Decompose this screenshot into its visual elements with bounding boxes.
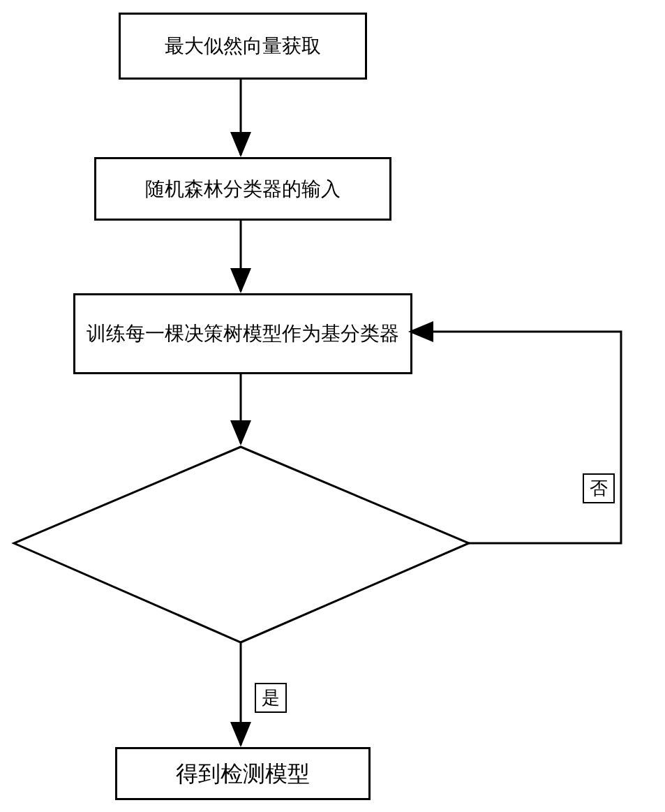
decision-text: 判定基分类器是否等于设定值 bbox=[115, 520, 366, 575]
process-box-3: 训练每一棵决策树模型作为基分类器 bbox=[73, 293, 412, 374]
process-box-2: 随机森林分类器的输入 bbox=[94, 157, 391, 221]
process-box-1-text: 最大似然向量获取 bbox=[165, 32, 321, 59]
end-box: 得到检测模型 bbox=[115, 747, 371, 800]
arrow-no bbox=[410, 332, 621, 543]
no-label: 否 bbox=[583, 473, 615, 503]
process-box-2-text: 随机森林分类器的输入 bbox=[145, 175, 341, 202]
decision-diamond bbox=[14, 447, 469, 642]
yes-label: 是 bbox=[255, 683, 287, 713]
end-box-text: 得到检测模型 bbox=[176, 758, 310, 790]
process-box-3-text: 训练每一棵决策树模型作为基分类器 bbox=[87, 320, 399, 347]
process-box-1: 最大似然向量获取 bbox=[119, 13, 367, 80]
